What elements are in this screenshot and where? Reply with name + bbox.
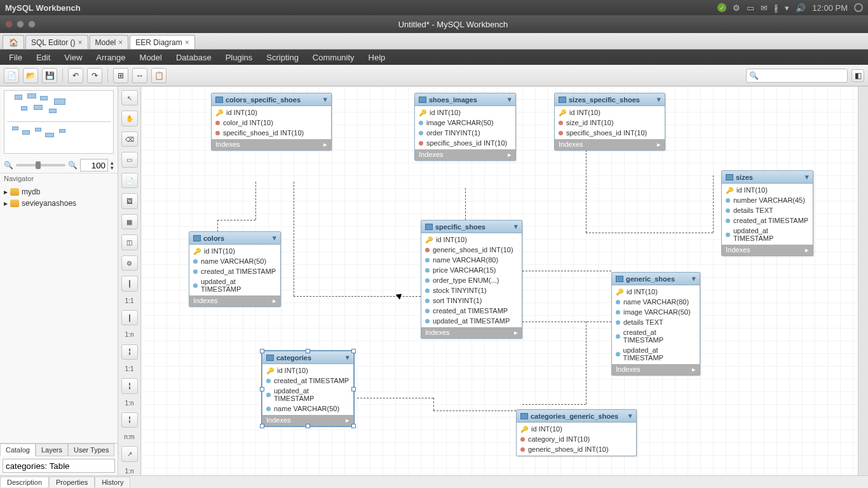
- navigator-minimap[interactable]: [4, 90, 114, 154]
- column[interactable]: price VARCHAR(15): [421, 265, 522, 275]
- column[interactable]: 🔑id INT(10): [415, 107, 515, 118]
- entity-categories-generic-shoes[interactable]: categories_generic_shoes▾ 🔑id INT(10)cat…: [516, 409, 637, 456]
- column[interactable]: category_id INT(10): [517, 434, 636, 444]
- resize-handle[interactable]: [306, 349, 310, 353]
- eer-canvas[interactable]: colors_specific_shoes▾ 🔑id INT(10)color_…: [141, 86, 858, 475]
- schema-tree[interactable]: ▸mydb ▸sevieyanashoes: [0, 184, 118, 212]
- expand-icon[interactable]: ▸: [273, 297, 276, 305]
- search-input[interactable]: 🔍: [746, 69, 848, 83]
- zoom-field[interactable]: [80, 159, 108, 172]
- column[interactable]: updated_at TIMESTAMP: [421, 316, 522, 326]
- tab-eer-diagram[interactable]: EER Diagram×: [130, 35, 194, 49]
- tab-properties[interactable]: Properties: [49, 477, 95, 487]
- tab-sql-editor[interactable]: SQL Editor ()×: [25, 35, 88, 49]
- relation-1-n-id-tool[interactable]: ╏: [121, 378, 138, 393]
- hand-tool[interactable]: ✋: [121, 111, 138, 126]
- column[interactable]: number VARCHAR(45): [722, 195, 813, 205]
- column[interactable]: created_at TIMESTAMP: [722, 215, 813, 226]
- settings-icon[interactable]: [854, 3, 863, 12]
- catalog-selection-field[interactable]: [3, 459, 115, 473]
- zoom-in-button[interactable]: 🔍: [68, 161, 78, 170]
- column[interactable]: specific_shoes_id INT(10): [555, 128, 665, 138]
- resize-handle[interactable]: [260, 349, 264, 353]
- collapse-icon[interactable]: ▾: [273, 234, 276, 242]
- column[interactable]: 🔑id INT(10): [212, 107, 331, 118]
- menu-arrange[interactable]: Arrange: [90, 51, 132, 64]
- column[interactable]: created_at TIMESTAMP: [262, 376, 353, 386]
- collapse-icon[interactable]: ▾: [508, 95, 512, 104]
- pointer-tool[interactable]: ↖: [121, 90, 138, 105]
- column[interactable]: name VARCHAR(80): [421, 255, 522, 265]
- tab-catalog[interactable]: Catalog: [0, 444, 36, 456]
- resize-handle[interactable]: [351, 349, 356, 353]
- expand-icon[interactable]: ▸: [657, 140, 661, 149]
- resize-handle[interactable]: [306, 424, 310, 428]
- entity-generic-shoes[interactable]: generic_shoes▾ 🔑id INT(10)name VARCHAR(8…: [611, 272, 700, 376]
- close-icon[interactable]: ×: [118, 38, 123, 47]
- column[interactable]: 🔑id INT(10): [421, 234, 522, 245]
- sidebar-toggle-button[interactable]: ◧: [851, 69, 864, 82]
- column[interactable]: specific_shoes_id INT(10): [415, 138, 515, 148]
- vertical-scrollbar[interactable]: [858, 86, 868, 475]
- menu-plugins[interactable]: Plugins: [219, 51, 259, 64]
- entity-sizes[interactable]: sizes▾ 🔑id INT(10)number VARCHAR(45)deta…: [721, 170, 813, 256]
- column[interactable]: details TEXT: [612, 317, 700, 327]
- tab-model[interactable]: Model×: [90, 35, 129, 49]
- save-button[interactable]: 💾: [42, 68, 57, 83]
- column[interactable]: created_at TIMESTAMP: [612, 327, 700, 345]
- eraser-tool[interactable]: ⌫: [121, 132, 138, 147]
- column[interactable]: updated_at TIMESTAMP: [612, 345, 700, 363]
- entity-colors[interactable]: colors▾ 🔑id INT(10)name VARCHAR(50)creat…: [189, 231, 281, 307]
- close-icon[interactable]: [5, 20, 13, 28]
- collapse-icon[interactable]: ▾: [657, 95, 661, 104]
- align-button[interactable]: ↔: [132, 68, 147, 83]
- home-tab[interactable]: 🏠: [3, 35, 24, 49]
- column[interactable]: name VARCHAR(50): [262, 403, 353, 414]
- column[interactable]: 🔑id INT(10): [722, 185, 813, 195]
- relation-1-n-tool[interactable]: ┃: [121, 310, 138, 325]
- column[interactable]: order_type ENUM(...): [421, 275, 522, 285]
- menu-scripting[interactable]: Scripting: [260, 51, 305, 64]
- column[interactable]: updated_at TIMESTAMP: [722, 226, 813, 243]
- table-tool[interactable]: ▦: [121, 214, 138, 229]
- resize-handle[interactable]: [260, 424, 264, 428]
- zoom-slider[interactable]: [16, 164, 65, 166]
- expand-icon[interactable]: ▸: [323, 140, 327, 149]
- note-tool[interactable]: 📄: [121, 173, 138, 188]
- entity-colors-specific-shoes[interactable]: colors_specific_shoes▾ 🔑id INT(10)color_…: [211, 93, 332, 151]
- close-icon[interactable]: ×: [78, 38, 83, 47]
- relation-1-1-id-tool[interactable]: ╏: [121, 344, 138, 360]
- column[interactable]: generic_shoes_id INT(10): [421, 245, 522, 255]
- entity-specific-shoes[interactable]: specific_shoes▾ 🔑id INT(10)generic_shoes…: [421, 220, 522, 339]
- menu-help[interactable]: Help: [362, 51, 392, 64]
- column[interactable]: name VARCHAR(50): [189, 256, 280, 266]
- column[interactable]: updated_at TIMESTAMP: [262, 386, 353, 403]
- redo-button[interactable]: ↷: [87, 68, 102, 83]
- column[interactable]: sort TINYINT(1): [421, 295, 522, 306]
- column[interactable]: 🔑id INT(10): [262, 365, 353, 376]
- column[interactable]: 🔑id INT(10): [517, 424, 636, 434]
- column[interactable]: color_id INT(10): [212, 118, 331, 128]
- column[interactable]: stock TINYINT(1): [421, 285, 522, 295]
- column[interactable]: order TINYINT(1): [415, 128, 515, 138]
- menu-file[interactable]: File: [3, 51, 29, 64]
- tab-user-types[interactable]: User Types: [68, 444, 114, 456]
- new-file-button[interactable]: 📄: [4, 68, 19, 83]
- routine-tool[interactable]: ⚙: [121, 255, 138, 271]
- column[interactable]: 🔑id INT(10): [189, 246, 280, 256]
- menu-model[interactable]: Model: [133, 51, 168, 64]
- menu-edit[interactable]: Edit: [30, 51, 57, 64]
- collapse-icon[interactable]: ▾: [514, 222, 518, 231]
- zoom-out-button[interactable]: 🔍: [4, 161, 13, 170]
- column[interactable]: 🔑id INT(10): [555, 107, 665, 118]
- collapse-icon[interactable]: ▾: [323, 95, 327, 104]
- open-file-button[interactable]: 📂: [23, 68, 38, 83]
- column[interactable]: created_at TIMESTAMP: [421, 306, 522, 316]
- tab-description[interactable]: Description: [0, 477, 49, 487]
- layer-tool[interactable]: ▭: [121, 152, 138, 167]
- close-icon[interactable]: ×: [185, 38, 189, 47]
- column[interactable]: image VARCHAR(50): [612, 307, 700, 317]
- column[interactable]: generic_shoes_id INT(10): [517, 444, 636, 454]
- relation-existing-tool[interactable]: ↗: [121, 446, 138, 461]
- zoom-stepper[interactable]: ▴▾: [111, 160, 114, 170]
